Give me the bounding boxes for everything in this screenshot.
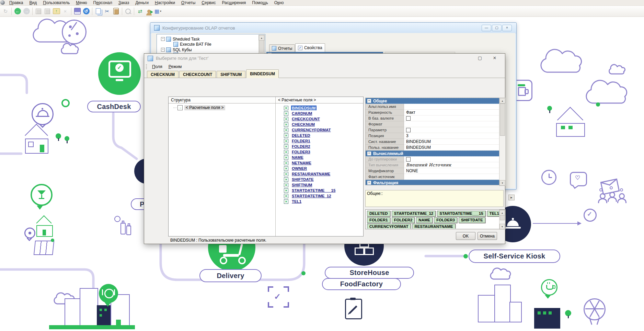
field-item-SHIFTDATE[interactable]: SHIFTDATE xyxy=(284,177,314,182)
field-checkbox-icon[interactable] xyxy=(284,128,288,132)
tree-node-calc-fields[interactable]: < Расчетные поля > xyxy=(173,105,225,110)
field-item-TEL1[interactable]: TEL1 xyxy=(284,199,302,204)
tab-CHECKCOUNT[interactable]: CHECKCOUNT xyxy=(179,71,216,78)
field-item-FOLDER2[interactable]: FOLDER2 xyxy=(284,144,311,149)
maximize-button[interactable] xyxy=(476,55,484,61)
menu-grip[interactable] xyxy=(146,64,147,69)
scroll-down-icon[interactable] xyxy=(499,180,505,186)
app-orb-icon[interactable] xyxy=(0,0,5,5)
scroll-up-icon[interactable] xyxy=(259,35,264,41)
field-checkbox-icon[interactable] xyxy=(284,172,288,176)
field-item-FOLDER3[interactable]: FOLDER3 xyxy=(284,149,311,155)
maximize-button[interactable]: ▢ xyxy=(492,25,502,31)
menu-item-Персонал[interactable]: Персонал xyxy=(90,0,115,5)
tab-Отчеты[interactable]: Отчеты xyxy=(269,44,295,52)
menu-item-Настройки[interactable]: Настройки xyxy=(152,0,178,5)
paste-icon[interactable] xyxy=(112,7,120,15)
field-item-DELETED[interactable]: DELETED xyxy=(284,133,311,138)
close-button[interactable]: × xyxy=(502,25,512,31)
field-checkbox-icon[interactable] xyxy=(284,166,288,171)
scroll-up-icon[interactable] xyxy=(499,98,505,103)
grid-view-icon[interactable]: ▦▾ xyxy=(154,7,162,15)
tree-item-Execute BAT File[interactable]: Execute BAT File xyxy=(173,42,211,47)
field-checkbox-icon[interactable] xyxy=(284,122,288,127)
field-checkbox-icon[interactable] xyxy=(284,177,288,182)
field-item-RESTAURANTNAME[interactable]: RESTAURANTNAME xyxy=(284,171,331,177)
structure-column-header[interactable]: Структура xyxy=(169,97,275,103)
field-chip-STARTDATETIME_12[interactable]: STARTDATETIME_12 xyxy=(392,211,436,217)
field-chip-SHIFTDATE[interactable]: SHIFTDATE xyxy=(459,217,485,223)
collapse-icon[interactable] xyxy=(367,152,371,155)
collapse-icon[interactable] xyxy=(367,99,371,103)
tab-Свойства[interactable]: Свойства xyxy=(295,43,325,52)
menu-item-Пользователь[interactable]: Пользователь xyxy=(40,0,73,5)
property-row-Альт.польз.имя[interactable]: Альт.польз.имя xyxy=(366,104,499,110)
tree-item-Sheduled Task[interactable]: −Sheduled Task xyxy=(161,36,200,42)
tab-SHIFTNUM[interactable]: SHIFTNUM xyxy=(217,71,245,78)
property-row-Параметр[interactable]: Параметр xyxy=(366,127,499,133)
copy-icon[interactable] xyxy=(94,7,102,15)
menu-item-Заказ[interactable]: Заказ xyxy=(115,0,132,5)
field-chip-NAME[interactable]: NAME xyxy=(416,217,433,223)
properties-scrollbar[interactable] xyxy=(499,98,506,186)
sync-db-icon[interactable]: ⇄ xyxy=(136,7,144,15)
property-row-До группировки[interactable]: До группировки xyxy=(366,156,499,162)
minimize-button[interactable]: — xyxy=(482,25,491,31)
menu-item-Вид[interactable]: Вид xyxy=(26,0,40,5)
field-item-CHECKNUM[interactable]: CHECKNUM xyxy=(284,122,315,127)
chips-scrollbar[interactable] xyxy=(499,210,505,230)
field-checkbox-icon[interactable] xyxy=(284,183,288,187)
scroll-up-icon[interactable] xyxy=(499,210,505,216)
undo-icon[interactable]: ↺ xyxy=(82,7,90,15)
dialog-menu-Поля[interactable]: Поля xyxy=(149,64,165,70)
close-button[interactable] xyxy=(491,55,498,61)
field-checkbox-icon[interactable] xyxy=(284,144,288,149)
property-row-Факт-источник[interactable]: Факт-источник xyxy=(366,174,499,180)
tree-item-SQL Кубы[interactable]: −SQL Кубы xyxy=(161,47,192,52)
field-checkbox-icon[interactable] xyxy=(284,133,288,138)
scroll-down-icon[interactable] xyxy=(499,224,505,229)
expand-icon[interactable]: − xyxy=(161,48,165,52)
field-chip-CURRENCYFORMAT[interactable]: CURRENCYFORMAT xyxy=(367,224,411,229)
calc-fields-column-header[interactable]: < Расчетные поля > xyxy=(276,97,363,103)
scroll-right-icon[interactable] xyxy=(508,195,515,200)
collapse-icon[interactable] xyxy=(367,181,371,185)
cut-icon[interactable]: ✂ xyxy=(103,7,111,15)
field-checkbox-icon[interactable] xyxy=(284,194,288,198)
field-checkbox-icon[interactable] xyxy=(284,155,288,160)
field-item-FOLDER1[interactable]: FOLDER1 xyxy=(284,138,311,144)
field-chip-RESTAURANTNAME[interactable]: RESTAURANTNAME xyxy=(412,224,456,229)
field-checkbox-icon[interactable] xyxy=(284,161,288,165)
property-row-Позиция[interactable]: Позиция3 xyxy=(366,133,499,139)
import-folder-icon[interactable]: ↑ xyxy=(52,7,60,15)
field-chip-FOLDER2[interactable]: FOLDER2 xyxy=(392,217,415,223)
field-item-CHECKCOUNT[interactable]: CHECKCOUNT xyxy=(284,116,321,122)
field-checkbox-icon[interactable] xyxy=(284,150,288,154)
field-item-NETNAME[interactable]: NETNAME xyxy=(284,160,312,166)
property-row-Формат[interactable]: Формат xyxy=(366,121,499,127)
field-item-STARTDATETIME_12[interactable]: STARTDATETIME_12 xyxy=(284,193,332,199)
menu-item-Помощь[interactable]: Помощь xyxy=(249,0,271,5)
field-item-OWNER[interactable]: OWNER xyxy=(284,166,308,171)
section-header-Общее[interactable]: Общее xyxy=(366,98,499,104)
column-divider[interactable] xyxy=(275,97,276,236)
menu-item-Меню[interactable]: Меню xyxy=(73,0,90,5)
scroll-thumb[interactable] xyxy=(500,215,505,220)
dialog-titlebar[interactable]: Выберите поля для 'Тест' xyxy=(144,54,505,63)
filter-textarea[interactable]: Общее:: xyxy=(365,190,504,207)
dialog-menu-Режим[interactable]: Режим xyxy=(165,64,185,70)
field-chip-STARTDATETIME___15[interactable]: STARTDATETIME___15 xyxy=(437,211,485,217)
tab-BINDEDSUM[interactable]: BINDEDSUM xyxy=(246,69,279,78)
checkbox-icon[interactable] xyxy=(406,128,411,132)
menu-item-Отчеты[interactable]: Отчеты xyxy=(178,0,199,5)
property-row-В баз. валюте[interactable]: В баз. валюте xyxy=(366,115,499,121)
back-icon[interactable]: ← xyxy=(13,7,22,15)
scroll-thumb[interactable] xyxy=(259,40,264,53)
window-titlebar[interactable]: Конфигурирование OLAP отчетов xyxy=(150,23,516,33)
scroll-thumb[interactable] xyxy=(500,103,505,136)
property-row-Сист. название[interactable]: Сист. названиеBINDEDSUM xyxy=(366,139,499,145)
field-item-CARDNUM[interactable]: CARDNUM xyxy=(284,111,313,116)
menu-item-Сервис[interactable]: Сервис xyxy=(198,0,219,5)
field-checkbox-icon[interactable] xyxy=(284,139,288,143)
property-row-Размерность[interactable]: РазмерностьФакт xyxy=(366,110,499,115)
